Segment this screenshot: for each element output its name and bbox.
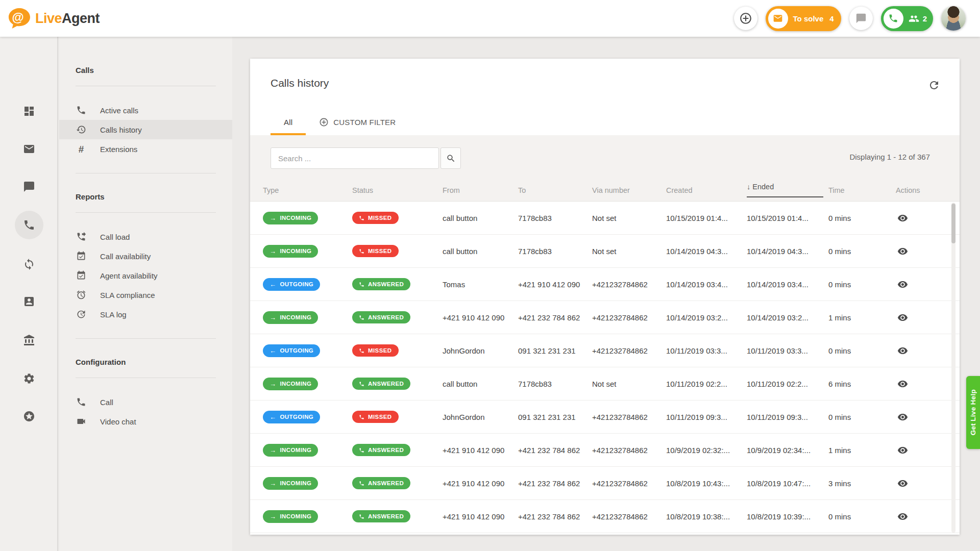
sidebar-item-label: Call	[100, 398, 113, 407]
col-header-created[interactable]: Created	[666, 186, 747, 194]
view-call-button[interactable]	[896, 377, 910, 391]
rail-item-settings[interactable]	[15, 364, 43, 393]
search-input[interactable]	[271, 147, 439, 169]
direction-arrow-icon: →	[270, 215, 276, 221]
eye-icon	[897, 279, 908, 290]
tab-custom-filter[interactable]: CUSTOM FILTER	[306, 111, 409, 135]
table-row[interactable]: ←OUTGOINGANSWEREDTomas+421 910 412 090+4…	[250, 268, 960, 301]
chat-button[interactable]	[849, 7, 873, 30]
table-row[interactable]: ←OUTGOINGMISSEDJohnGordon091 321 231 231…	[250, 334, 960, 367]
cell-created: 10/11/2019 02:2...	[666, 380, 747, 388]
cell-created: 10/8/2019 10:43:...	[666, 479, 747, 488]
phone-status-button[interactable]: 2	[881, 6, 933, 31]
view-call-button[interactable]	[896, 443, 910, 457]
rail-item-dashboard[interactable]	[15, 97, 43, 126]
view-call-button[interactable]	[896, 211, 910, 225]
view-call-button[interactable]	[896, 344, 910, 358]
type-badge-label: INCOMING	[280, 248, 311, 254]
add-button[interactable]	[734, 7, 757, 30]
phone-icon	[359, 315, 364, 320]
logo-live: Live	[35, 11, 62, 26]
app-logo[interactable]: @ LiveAgent	[7, 8, 100, 29]
nav-section-title-reports: Reports	[76, 189, 216, 204]
table-row[interactable]: →INCOMINGANSWERED+421 910 412 090+421 23…	[250, 434, 960, 467]
scrollbar-thumb[interactable]	[951, 204, 955, 243]
nav-group: Active callsCalls history#Extensions	[76, 101, 216, 159]
col-header-from[interactable]: From	[443, 186, 518, 194]
status-badge: ANSWERED	[352, 311, 410, 323]
cell-time: 1 mins	[828, 313, 896, 322]
cell-time: 6 mins	[828, 380, 896, 388]
col-header-to[interactable]: To	[518, 186, 592, 194]
cell-time: 1 mins	[828, 446, 896, 455]
sidebar-item-calls-history[interactable]: Calls history	[59, 120, 232, 139]
sidebar-item-sla-compliance[interactable]: SLA compliance	[76, 285, 216, 305]
eye-icon	[897, 213, 908, 223]
sidebar-item-call-load[interactable]: Call load	[76, 227, 216, 246]
add-icon	[739, 12, 752, 25]
sidebar-item-active-calls[interactable]: Active calls	[76, 101, 216, 120]
rail-item-starred[interactable]	[15, 402, 43, 431]
rail-item-calls[interactable]	[15, 211, 43, 239]
status-badge-label: ANSWERED	[368, 480, 404, 486]
mail-icon	[23, 143, 35, 155]
calls-history-panel: Calls history All CUSTOM FILTER Displayi…	[250, 59, 960, 535]
sidebar-item-sla-log[interactable]: SLA log	[76, 305, 216, 324]
sidebar-item-call-availability[interactable]: Call availability	[76, 246, 216, 266]
table-row[interactable]: →INCOMINGMISSEDcall button7178cb83Not se…	[250, 235, 960, 268]
status-badge-label: MISSED	[368, 248, 392, 254]
sidebar-item-agent-availability[interactable]: Agent availability	[76, 266, 216, 285]
eye-icon	[897, 312, 908, 323]
view-call-button[interactable]	[896, 510, 910, 523]
sidebar-item-video-chat[interactable]: Video chat	[76, 412, 216, 431]
col-header-time[interactable]: Time	[828, 186, 896, 194]
view-call-button[interactable]	[896, 311, 910, 324]
cell-via: +421232784862	[592, 446, 666, 455]
view-call-button[interactable]	[896, 410, 910, 424]
sidebar-item-call[interactable]: Call	[76, 392, 216, 412]
table-row[interactable]: →INCOMINGANSWERED+421 910 412 090+421 23…	[250, 467, 960, 500]
table-row[interactable]: →INCOMINGANSWERED+421 910 412 090+421 23…	[250, 500, 960, 533]
view-call-button[interactable]	[896, 278, 910, 291]
status-badge: MISSED	[352, 212, 399, 224]
get-live-help-tab[interactable]: Get Live Help	[966, 376, 980, 449]
sidebar-item-extensions[interactable]: #Extensions	[76, 139, 216, 159]
cell-status: ANSWERED	[352, 278, 443, 290]
col-header-via[interactable]: Via number	[592, 186, 666, 194]
table-row[interactable]: →INCOMINGMISSEDcall button7178cb83Not se…	[250, 202, 960, 235]
rail-item-mail[interactable]	[15, 135, 43, 163]
view-call-button[interactable]	[896, 244, 910, 258]
table-row[interactable]: →INCOMINGANSWEREDcall button7178cb83Not …	[250, 367, 960, 400]
cell-type: ←OUTGOING	[263, 344, 352, 357]
user-avatar[interactable]	[941, 6, 966, 31]
col-header-actions[interactable]: Actions	[896, 186, 960, 194]
table-row[interactable]: →INCOMINGANSWERED+421 910 412 090+421 23…	[250, 301, 960, 334]
cell-status: ANSWERED	[352, 510, 443, 522]
col-header-type[interactable]: Type	[263, 186, 352, 194]
type-badge: ←OUTGOING	[263, 344, 320, 357]
table-row[interactable]: ←OUTGOINGMISSEDJohnGordon091 321 231 231…	[250, 400, 960, 434]
cell-time: 0 mins	[828, 512, 896, 521]
cell-time: 3 mins	[828, 479, 896, 488]
search-button[interactable]	[440, 147, 461, 169]
rail-item-chat[interactable]	[15, 172, 43, 201]
col-header-status[interactable]: Status	[352, 186, 443, 194]
cell-status: MISSED	[352, 344, 443, 357]
cell-time: 0 mins	[828, 413, 896, 421]
col-header-ended[interactable]: ↓ Ended	[747, 183, 828, 197]
cell-created: 10/8/2019 10:38:...	[666, 512, 747, 521]
direction-arrow-icon: →	[270, 480, 276, 487]
to-solve-button[interactable]: To solve 4	[766, 6, 841, 31]
phone-icon	[359, 248, 364, 254]
rail-item-academy[interactable]	[15, 326, 43, 355]
phone-icon	[359, 481, 364, 486]
cell-to: 7178cb83	[518, 380, 592, 388]
view-call-button[interactable]	[896, 477, 910, 490]
logo-text: LiveAgent	[35, 11, 100, 27]
rail-item-contacts[interactable]	[15, 287, 43, 316]
rail-item-automation[interactable]	[15, 250, 43, 279]
cell-ended: 10/11/2019 09:3...	[747, 413, 828, 421]
tab-all[interactable]: All	[271, 111, 306, 135]
cell-from: +421 910 412 090	[443, 313, 518, 322]
refresh-button[interactable]	[928, 79, 940, 91]
